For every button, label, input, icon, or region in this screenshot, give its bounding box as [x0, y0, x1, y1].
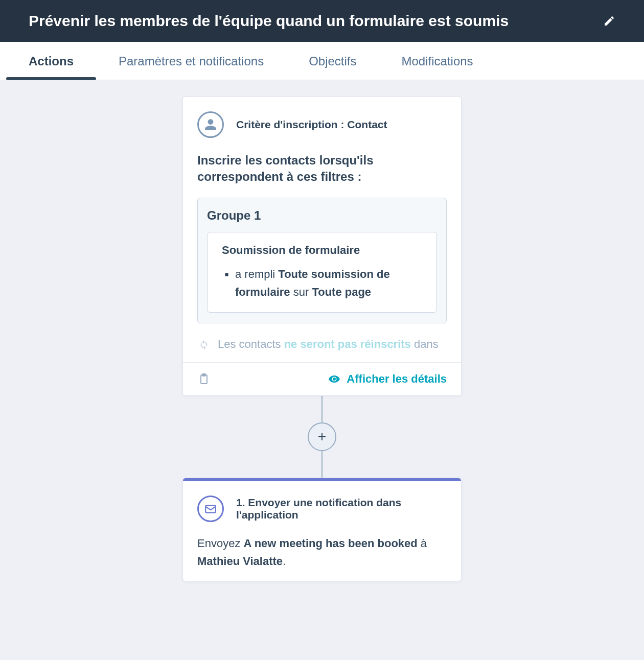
clipboard-icon[interactable] — [197, 372, 210, 386]
eye-icon — [328, 373, 340, 385]
tab-bar: Actions Paramètres et notifications Obje… — [0, 42, 644, 80]
group-title: Groupe 1 — [207, 208, 437, 223]
contact-icon — [197, 111, 224, 138]
notification-description: Envoyez A new meeting has been booked à … — [197, 534, 447, 570]
connector-line — [321, 396, 323, 422]
tab-actions[interactable]: Actions — [29, 42, 74, 80]
connector-line — [321, 451, 323, 478]
enrollment-trigger-card[interactable]: Critère d'inscription : Contact Inscrire… — [182, 97, 462, 396]
workflow-canvas: Critère d'inscription : Contact Inscrire… — [0, 80, 644, 660]
mail-icon — [197, 496, 224, 522]
notification-action-card[interactable]: 1. Envoyer une notification dans l'appli… — [182, 478, 462, 581]
card-footer: Afficher les détails — [183, 362, 461, 395]
enrollment-subtitle: Inscrire les contacts lorsqu'ils corresp… — [197, 152, 447, 185]
filter-group: Groupe 1 Soumission de formulaire a remp… — [197, 198, 447, 323]
page-header: Prévenir les membres de l'équipe quand u… — [0, 0, 644, 42]
add-action-button[interactable] — [308, 422, 336, 451]
workflow-title: Prévenir les membres de l'équipe quand u… — [29, 12, 509, 30]
reenrollment-note: Les contacts ne seront pas réinscrits da… — [197, 337, 447, 352]
show-details-link[interactable]: Afficher les détails — [328, 372, 447, 386]
enrollment-head-label: Critère d'inscription : Contact — [236, 119, 387, 131]
filter-item: a rempli Toute soumission de formulaire … — [235, 265, 422, 301]
tab-changes[interactable]: Modifications — [402, 42, 473, 80]
tab-goals[interactable]: Objectifs — [309, 42, 356, 80]
filter-box: Soumission de formulaire a rempli Toute … — [207, 232, 437, 313]
plus-icon — [316, 431, 328, 443]
svg-rect-2 — [205, 506, 216, 513]
refresh-icon — [198, 339, 210, 350]
filter-title: Soumission de formulaire — [222, 244, 422, 257]
edit-icon[interactable] — [603, 15, 615, 27]
notification-head-label: 1. Envoyer une notification dans l'appli… — [236, 497, 447, 521]
tab-settings-notifications[interactable]: Paramètres et notifications — [119, 42, 264, 80]
